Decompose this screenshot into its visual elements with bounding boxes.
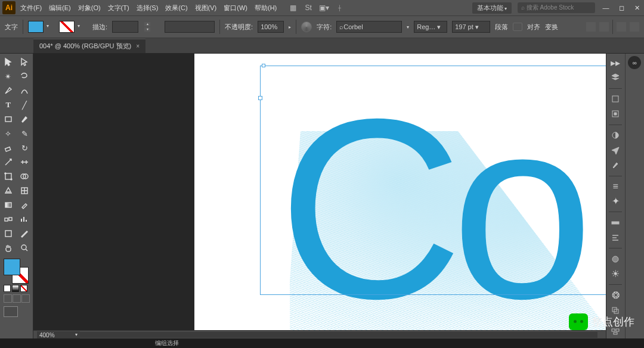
magic-wand-tool[interactable]: ✴ <box>0 69 17 83</box>
align-label[interactable]: 对齐 <box>527 23 540 32</box>
selection-handle[interactable] <box>258 96 262 100</box>
brush-tool[interactable] <box>17 112 33 126</box>
lasso-tool[interactable] <box>17 69 33 83</box>
paragraph-label[interactable]: 段落 <box>495 23 508 32</box>
mesh-tool[interactable] <box>17 184 33 198</box>
horizontal-scrollbar[interactable]: 400% <box>33 330 606 338</box>
menu-type[interactable]: 文字(T) <box>108 4 129 13</box>
paragraph-icon[interactable] <box>513 23 522 31</box>
column-graph-tool[interactable] <box>17 212 33 226</box>
symbols-panel-icon[interactable]: ✦ <box>608 194 623 208</box>
slice-tool[interactable] <box>17 226 33 241</box>
menu-window[interactable]: 窗口(W) <box>224 4 247 13</box>
selection-frame[interactable] <box>260 66 606 295</box>
menu-select[interactable]: 选择(S) <box>137 4 159 13</box>
color-panel-icon[interactable] <box>608 129 623 142</box>
rotate-tool[interactable]: ↻ <box>17 141 33 155</box>
pencil-tool[interactable]: ✎ <box>17 126 33 141</box>
free-transform-tool[interactable] <box>0 169 17 184</box>
stroke-swatch[interactable] <box>59 21 75 33</box>
artboards-panel-icon[interactable] <box>608 92 623 106</box>
gradient-tool[interactable] <box>0 198 17 212</box>
align-panel-icon[interactable] <box>608 231 623 244</box>
recolor-icon[interactable] <box>301 21 312 32</box>
window-minimize-icon[interactable]: — <box>601 4 611 12</box>
scale-tool[interactable] <box>0 155 17 169</box>
window-restore-icon[interactable]: ◻ <box>617 4 626 12</box>
brushes-panel-icon[interactable] <box>608 159 623 172</box>
menu-object[interactable]: 对象(O) <box>78 4 101 13</box>
hand-tool[interactable] <box>0 241 17 255</box>
cc-libraries-icon[interactable]: ∞ <box>628 56 641 69</box>
zoom-tool[interactable] <box>17 241 33 255</box>
right-panel-dock: ▸▸ ≡ ✦ ☀ ❂ ∞ <box>606 54 644 338</box>
fill-stroke-color[interactable] <box>4 259 29 284</box>
stroke-panel-icon[interactable]: ≡ <box>608 180 623 194</box>
rectangle-tool[interactable] <box>0 112 17 126</box>
brush-definition[interactable] <box>165 21 215 33</box>
width-tool[interactable] <box>17 155 33 169</box>
menu-effect[interactable]: 效果(C) <box>165 4 187 13</box>
eraser-tool[interactable] <box>0 141 17 155</box>
stock-icon[interactable]: St <box>303 2 314 13</box>
optbar-btn-3[interactable] <box>617 22 626 32</box>
line-tool[interactable]: ╱ <box>17 98 33 112</box>
zoom-level-input[interactable]: 400% <box>37 331 80 338</box>
color-mode-gradient-icon[interactable] <box>12 285 19 292</box>
font-name-value: Corbel <box>343 23 363 30</box>
shape-builder-tool[interactable] <box>17 169 33 184</box>
navigator-icon[interactable] <box>608 144 623 157</box>
draw-normal-icon[interactable] <box>4 294 12 303</box>
stroke-weight-input[interactable] <box>112 21 138 33</box>
direct-selection-tool[interactable] <box>17 55 33 69</box>
gradient-panel-icon[interactable] <box>608 216 623 229</box>
pen-tool[interactable] <box>0 83 17 98</box>
asset-export-icon[interactable] <box>608 107 623 121</box>
window-close-icon[interactable]: ✕ <box>632 4 642 12</box>
svg-rect-1 <box>5 147 10 151</box>
graphic-styles-icon[interactable]: ❂ <box>608 288 623 302</box>
fill-swatch[interactable] <box>28 21 44 33</box>
draw-behind-icon[interactable] <box>13 294 21 303</box>
eyedropper-tool[interactable] <box>17 198 33 212</box>
bridge-icon[interactable]: ▦ <box>287 2 298 13</box>
color-mode-none-icon[interactable] <box>20 285 27 292</box>
opacity-label: 不透明度: <box>225 23 253 32</box>
shaper-tool[interactable]: ✧ <box>0 126 17 141</box>
canvas-area[interactable]: Co 400% <box>33 54 606 338</box>
perspective-tool[interactable] <box>0 184 17 198</box>
type-tool[interactable]: T <box>0 98 17 112</box>
search-stock-input[interactable]: ⌕ 搜索 Adobe Stock <box>518 2 595 13</box>
document-tab[interactable]: 004* @ 400% (RGB/GPU 预览) × <box>33 39 145 53</box>
font-family-input[interactable]: ⌕ Corbel <box>336 21 402 33</box>
menu-file[interactable]: 文件(F) <box>20 4 42 13</box>
stroke-weight-spinner[interactable]: ▴▾ <box>144 21 150 32</box>
transform-label[interactable]: 变换 <box>545 23 558 32</box>
layers-panel-icon[interactable] <box>608 71 623 85</box>
screen-mode-button[interactable] <box>4 306 18 317</box>
transparency-panel-icon[interactable] <box>608 252 623 266</box>
tab-close-icon[interactable]: × <box>136 43 140 49</box>
menu-help[interactable]: 帮助(H) <box>255 4 277 13</box>
menu-view[interactable]: 视图(V) <box>195 4 217 13</box>
font-size-input[interactable]: 197 pt ▾ <box>452 21 490 33</box>
optbar-btn-2[interactable] <box>599 22 609 32</box>
color-mode-solid-icon[interactable] <box>4 285 11 292</box>
blend-tool[interactable] <box>0 212 17 226</box>
fill-color-icon[interactable] <box>4 259 20 275</box>
collapse-icon[interactable]: ▸▸ <box>608 56 623 70</box>
artboard-tool[interactable] <box>0 226 17 241</box>
opacity-input[interactable]: 100% <box>258 21 284 33</box>
workspace-switcher[interactable]: 基本功能 <box>472 2 512 14</box>
menu-edit[interactable]: 编辑(E) <box>49 4 71 13</box>
curvature-tool[interactable] <box>17 83 33 98</box>
optbar-btn-1[interactable] <box>586 22 596 32</box>
font-style-input[interactable]: Reg… ▾ <box>414 21 447 33</box>
arrange-icon[interactable]: ▣▾ <box>318 2 329 13</box>
scroll-track[interactable] <box>42 332 597 338</box>
appearance-panel-icon[interactable]: ☀ <box>608 267 623 281</box>
selection-tool[interactable] <box>0 55 17 69</box>
draw-inside-icon[interactable] <box>21 294 30 303</box>
gpu-icon[interactable]: ⟊ <box>334 2 345 13</box>
optbar-btn-4[interactable] <box>630 22 639 32</box>
